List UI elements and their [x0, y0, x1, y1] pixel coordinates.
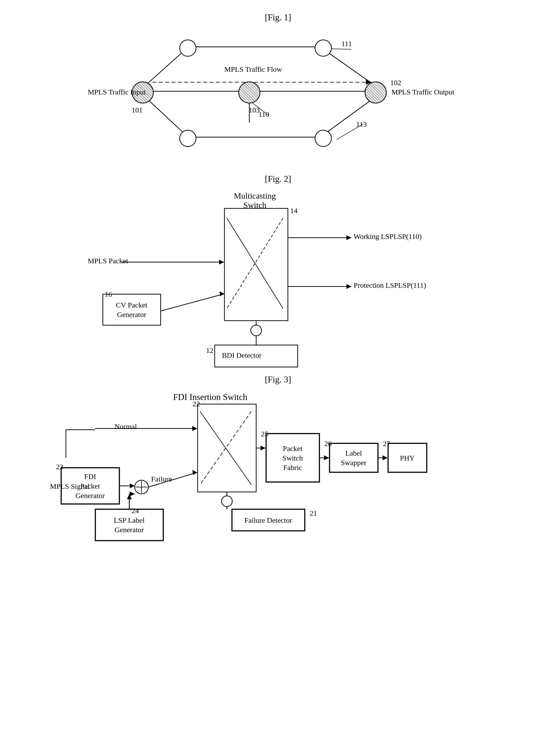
normal-label: Normal — [115, 422, 137, 431]
multicasting-switch-title: Multicasting Switch — [218, 191, 291, 210]
cv-packet-generator-box: CV Packet Generator — [102, 294, 161, 325]
svg-marker-45 — [260, 446, 266, 450]
svg-line-20 — [161, 294, 224, 311]
ref-103: 103 — [249, 106, 260, 114]
bdi-detector-label: BDI Detector — [222, 351, 262, 359]
svg-marker-34 — [192, 426, 197, 431]
ref-22: 22 — [193, 400, 200, 408]
mpls-output-label: MPLS Traffic Output — [391, 88, 454, 96]
fig3-container: FDI Insertion Switch — [46, 389, 510, 555]
node-top-right — [315, 39, 332, 57]
fig2-svg — [83, 189, 473, 365]
mpls-input-label: MPLS Traffic Input — [88, 88, 146, 96]
mpls-packet-label: MPLS Packet — [88, 257, 128, 265]
mpls-flow-label: MPLS Traffic Flow — [224, 65, 282, 73]
node-bottom-right — [315, 130, 332, 147]
svg-line-0 — [148, 52, 183, 83]
working-lsp-label: Working LSPLSP(110) — [354, 232, 422, 241]
protection-lsp-label: Protection LSPLSP(111) — [354, 281, 426, 289]
ref-110: 110 — [258, 110, 269, 118]
ref-27: 27 — [383, 440, 390, 448]
mpls-signal-label: MPLS Signal — [50, 482, 90, 490]
svg-line-5 — [148, 99, 183, 132]
label-swapper-box: Label Swapper — [329, 443, 378, 473]
svg-point-26 — [251, 325, 262, 336]
ref-14: 14 — [290, 206, 298, 215]
ref-21: 21 — [310, 509, 317, 517]
ref-26: 26 — [324, 440, 332, 448]
svg-rect-15 — [224, 208, 288, 321]
phy-box: PHY — [388, 443, 427, 473]
svg-marker-19 — [219, 260, 224, 265]
svg-point-57 — [221, 496, 232, 507]
ref-101: 101 — [132, 106, 143, 114]
svg-marker-40 — [130, 483, 135, 488]
svg-marker-63 — [130, 491, 135, 496]
failure-label: Failure — [151, 475, 172, 483]
svg-line-2 — [327, 52, 372, 83]
failure-detector-box: Failure Detector — [232, 509, 305, 531]
ref-16: 16 — [105, 290, 112, 299]
node-top-left — [179, 39, 197, 57]
ref-24: 24 — [132, 507, 139, 515]
page: [Fig. 1] — [0, 0, 556, 756]
ref-12: 12 — [206, 346, 213, 354]
node-102 — [365, 81, 387, 103]
psf-box: Packet Switch Fabric — [266, 434, 320, 482]
fig2-container: CV Packet Generator MPLS Packet Working … — [83, 189, 473, 365]
svg-marker-42 — [192, 470, 197, 475]
ref-111: 111 — [342, 39, 352, 48]
svg-marker-21 — [219, 291, 224, 296]
fig1-label: [Fig. 1] — [14, 12, 542, 23]
node-bottom-left — [179, 130, 197, 147]
svg-marker-48 — [324, 455, 329, 460]
fig1-container: MPLS Traffic Input MPLS Traffic Output M… — [83, 27, 473, 164]
fig3-label: [Fig. 3] — [14, 374, 542, 385]
lsp-label-gen-box: LSP Label Generator — [95, 509, 164, 541]
svg-marker-25 — [346, 284, 351, 289]
svg-marker-23 — [346, 235, 351, 240]
ref-23: 23 — [56, 463, 63, 471]
node-103 — [238, 81, 260, 103]
ref-102: 102 — [390, 78, 401, 87]
ref-113: 113 — [356, 120, 367, 128]
fig2-label: [Fig. 2] — [14, 174, 542, 184]
svg-marker-51 — [383, 455, 387, 460]
ref-25: 25 — [261, 430, 268, 438]
